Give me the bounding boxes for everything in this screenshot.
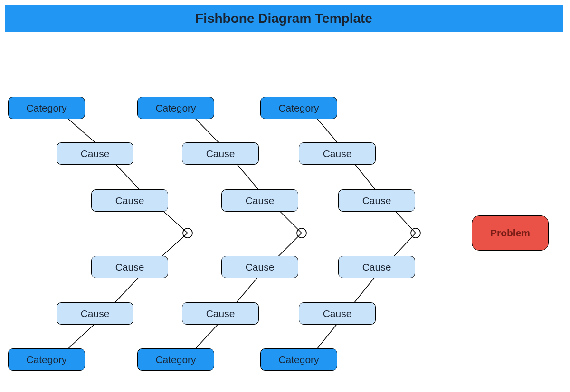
category-top-3: Category	[260, 97, 337, 119]
fishbone-diagram: Problem Category Category Category Cause…	[0, 38, 570, 392]
cause-bot-3-2: Cause	[299, 302, 376, 325]
cause-top-3-2: Cause	[338, 189, 415, 212]
cause-bot-1-2: Cause	[57, 302, 133, 325]
cause-top-3-1: Cause	[299, 142, 376, 165]
category-top-1: Category	[8, 97, 85, 119]
problem-box: Problem	[472, 215, 549, 251]
cause-top-1-1: Cause	[57, 142, 133, 165]
cause-top-2-1: Cause	[182, 142, 259, 165]
cause-bot-3-1: Cause	[338, 256, 415, 278]
cause-top-1-2: Cause	[91, 189, 168, 212]
category-bot-1: Category	[8, 348, 85, 371]
problem-label: Problem	[490, 227, 530, 239]
header-bar: Fishbone Diagram Template	[5, 5, 563, 32]
category-top-2: Category	[137, 97, 214, 119]
cause-top-2-2: Cause	[221, 189, 298, 212]
cause-bot-2-2: Cause	[182, 302, 259, 325]
category-bot-3: Category	[260, 348, 337, 371]
category-bot-2: Category	[137, 348, 214, 371]
cause-bot-1-1: Cause	[91, 256, 168, 278]
page-title: Fishbone Diagram Template	[195, 11, 372, 26]
cause-bot-2-1: Cause	[221, 256, 298, 278]
spine-lines	[0, 38, 570, 392]
